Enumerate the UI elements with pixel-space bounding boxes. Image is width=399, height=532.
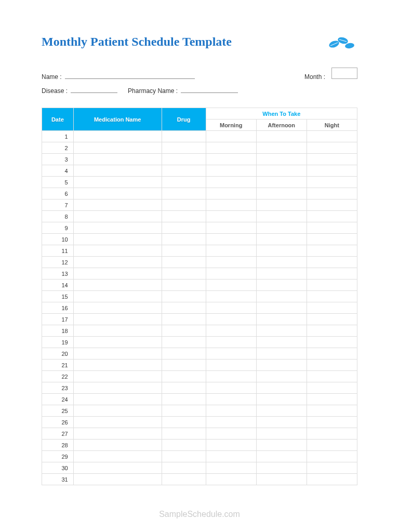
empty-cell[interactable]	[162, 142, 206, 154]
empty-cell[interactable]	[73, 222, 162, 234]
empty-cell[interactable]	[307, 451, 357, 462]
empty-cell[interactable]	[206, 462, 256, 474]
empty-cell[interactable]	[206, 474, 256, 485]
empty-cell[interactable]	[162, 371, 206, 382]
empty-cell[interactable]	[206, 211, 256, 222]
empty-cell[interactable]	[206, 131, 256, 142]
empty-cell[interactable]	[256, 188, 307, 200]
empty-cell[interactable]	[162, 337, 206, 348]
empty-cell[interactable]	[307, 188, 357, 200]
empty-cell[interactable]	[162, 474, 206, 485]
empty-cell[interactable]	[256, 348, 307, 360]
empty-cell[interactable]	[256, 451, 307, 462]
empty-cell[interactable]	[307, 291, 357, 302]
empty-cell[interactable]	[307, 348, 357, 360]
empty-cell[interactable]	[162, 211, 206, 222]
empty-cell[interactable]	[307, 314, 357, 325]
empty-cell[interactable]	[307, 268, 357, 280]
empty-cell[interactable]	[206, 200, 256, 211]
empty-cell[interactable]	[256, 291, 307, 302]
empty-cell[interactable]	[162, 200, 206, 211]
empty-cell[interactable]	[162, 314, 206, 325]
empty-cell[interactable]	[307, 371, 357, 382]
empty-cell[interactable]	[307, 417, 357, 428]
empty-cell[interactable]	[73, 325, 162, 337]
empty-cell[interactable]	[256, 440, 307, 451]
empty-cell[interactable]	[206, 245, 256, 257]
empty-cell[interactable]	[307, 154, 357, 165]
empty-cell[interactable]	[206, 394, 256, 405]
empty-cell[interactable]	[307, 234, 357, 245]
empty-cell[interactable]	[73, 200, 162, 211]
empty-cell[interactable]	[162, 280, 206, 291]
empty-cell[interactable]	[256, 245, 307, 257]
empty-cell[interactable]	[256, 405, 307, 417]
empty-cell[interactable]	[73, 188, 162, 200]
empty-cell[interactable]	[206, 165, 256, 177]
empty-cell[interactable]	[162, 440, 206, 451]
empty-cell[interactable]	[256, 337, 307, 348]
empty-cell[interactable]	[73, 142, 162, 154]
name-input-line[interactable]	[65, 72, 195, 79]
empty-cell[interactable]	[162, 348, 206, 360]
empty-cell[interactable]	[206, 154, 256, 165]
empty-cell[interactable]	[206, 257, 256, 268]
empty-cell[interactable]	[73, 417, 162, 428]
empty-cell[interactable]	[73, 302, 162, 314]
empty-cell[interactable]	[162, 451, 206, 462]
empty-cell[interactable]	[256, 302, 307, 314]
empty-cell[interactable]	[73, 211, 162, 222]
empty-cell[interactable]	[307, 302, 357, 314]
empty-cell[interactable]	[256, 428, 307, 440]
empty-cell[interactable]	[307, 131, 357, 142]
empty-cell[interactable]	[206, 291, 256, 302]
empty-cell[interactable]	[206, 348, 256, 360]
empty-cell[interactable]	[73, 382, 162, 394]
empty-cell[interactable]	[256, 234, 307, 245]
empty-cell[interactable]	[256, 382, 307, 394]
empty-cell[interactable]	[307, 462, 357, 474]
empty-cell[interactable]	[73, 440, 162, 451]
empty-cell[interactable]	[73, 245, 162, 257]
empty-cell[interactable]	[256, 371, 307, 382]
empty-cell[interactable]	[206, 417, 256, 428]
empty-cell[interactable]	[307, 440, 357, 451]
empty-cell[interactable]	[73, 348, 162, 360]
empty-cell[interactable]	[162, 302, 206, 314]
empty-cell[interactable]	[206, 188, 256, 200]
empty-cell[interactable]	[162, 268, 206, 280]
empty-cell[interactable]	[206, 280, 256, 291]
empty-cell[interactable]	[73, 257, 162, 268]
empty-cell[interactable]	[162, 394, 206, 405]
empty-cell[interactable]	[73, 131, 162, 142]
empty-cell[interactable]	[307, 142, 357, 154]
empty-cell[interactable]	[307, 200, 357, 211]
empty-cell[interactable]	[73, 462, 162, 474]
empty-cell[interactable]	[73, 474, 162, 485]
empty-cell[interactable]	[73, 394, 162, 405]
empty-cell[interactable]	[256, 325, 307, 337]
empty-cell[interactable]	[73, 280, 162, 291]
empty-cell[interactable]	[307, 325, 357, 337]
empty-cell[interactable]	[256, 154, 307, 165]
pharmacy-input-line[interactable]	[181, 86, 238, 93]
empty-cell[interactable]	[256, 314, 307, 325]
empty-cell[interactable]	[162, 405, 206, 417]
empty-cell[interactable]	[206, 440, 256, 451]
empty-cell[interactable]	[162, 291, 206, 302]
empty-cell[interactable]	[162, 417, 206, 428]
empty-cell[interactable]	[307, 245, 357, 257]
empty-cell[interactable]	[206, 451, 256, 462]
empty-cell[interactable]	[73, 405, 162, 417]
empty-cell[interactable]	[73, 428, 162, 440]
empty-cell[interactable]	[162, 462, 206, 474]
empty-cell[interactable]	[307, 257, 357, 268]
empty-cell[interactable]	[256, 474, 307, 485]
empty-cell[interactable]	[307, 222, 357, 234]
empty-cell[interactable]	[73, 234, 162, 245]
empty-cell[interactable]	[256, 268, 307, 280]
empty-cell[interactable]	[162, 234, 206, 245]
disease-input-line[interactable]	[71, 86, 117, 93]
empty-cell[interactable]	[256, 257, 307, 268]
empty-cell[interactable]	[206, 268, 256, 280]
